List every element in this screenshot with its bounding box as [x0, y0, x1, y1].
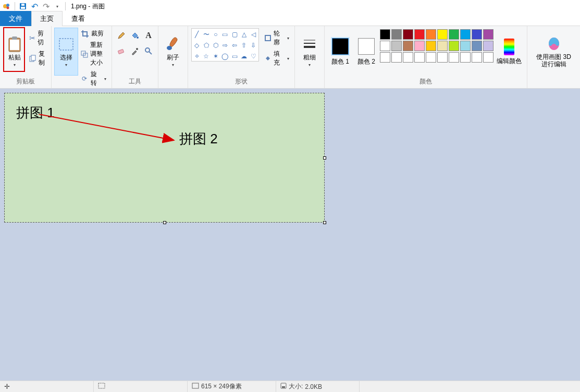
color-swatch-empty[interactable] [472, 52, 482, 63]
color-swatch-empty[interactable] [380, 52, 390, 63]
ribbon-group-tools: A 工具 [112, 26, 158, 88]
shape-callout-round[interactable]: ◯ [220, 51, 229, 62]
color-swatch[interactable] [426, 29, 436, 40]
shape-diamond[interactable]: ◇ [192, 40, 201, 51]
dimensions-icon [192, 383, 199, 390]
canvas[interactable]: 拼图 1 拼图 2 [4, 93, 325, 223]
color-swatch[interactable] [483, 29, 493, 40]
fill-tool[interactable] [129, 28, 141, 43]
color-swatch[interactable] [449, 41, 459, 51]
color2-button[interactable]: 颜色 2 [354, 28, 379, 75]
color-swatch[interactable] [391, 41, 402, 51]
save-icon[interactable] [18, 2, 28, 11]
shape-arrow-r[interactable]: ⇨ [220, 40, 229, 51]
color-swatch[interactable] [437, 41, 448, 51]
select-button[interactable]: 选择 ▾ [55, 28, 78, 75]
tab-view[interactable]: 查看 [63, 11, 94, 26]
selection-icon [58, 36, 75, 53]
rotate-button[interactable]: ⟳ 旋转 ▾ [79, 69, 108, 89]
rotate-icon: ⟳ [81, 75, 89, 83]
color-swatch-empty[interactable] [449, 52, 459, 63]
copy-button[interactable]: 复制 [27, 48, 48, 68]
shape-star5[interactable]: ☆ [202, 51, 211, 62]
ribbon-group-label [308, 78, 310, 87]
resize-button[interactable]: 重新调整大小 [79, 40, 108, 68]
color-swatch[interactable] [460, 41, 471, 51]
color-swatch-empty[interactable] [460, 52, 471, 63]
cut-button[interactable]: ✂ 剪切 [27, 28, 48, 48]
color-swatch[interactable] [437, 29, 448, 40]
color-swatch-empty[interactable] [391, 52, 402, 63]
scissors-icon: ✂ [29, 34, 35, 42]
resize-handle-corner[interactable] [323, 221, 326, 224]
color-swatch[interactable] [472, 41, 482, 51]
shape-line[interactable]: ╱ [192, 29, 201, 40]
shape-roundrect[interactable]: ▢ [230, 29, 239, 40]
resize-handle-right[interactable] [323, 156, 326, 160]
color-swatch[interactable] [380, 41, 390, 51]
shape-callout-rect[interactable]: ▭ [230, 51, 239, 62]
color-swatch-empty[interactable] [403, 52, 413, 63]
color1-button[interactable]: 颜色 1 [328, 28, 353, 75]
shape-pentagon[interactable]: ⬠ [202, 40, 211, 51]
tab-file[interactable]: 文件 [0, 11, 31, 26]
eraser-tool[interactable] [115, 44, 128, 58]
color-swatch[interactable] [403, 41, 413, 51]
redo-icon[interactable]: ↷ [41, 2, 51, 11]
outline-button[interactable]: 轮廓 ▾ [262, 28, 291, 48]
shape-arrow-l[interactable]: ⇦ [230, 40, 239, 51]
shape-star4[interactable]: ✧ [192, 51, 201, 62]
tab-home[interactable]: 主页 [31, 11, 63, 26]
undo-icon[interactable]: ↶ [30, 2, 39, 11]
chevron-down-icon: ▾ [287, 36, 289, 41]
paste-button[interactable]: 粘贴 ▾ [3, 28, 26, 75]
color-swatch[interactable] [426, 41, 436, 51]
svg-line-18 [149, 52, 152, 54]
shape-polygon[interactable]: △ [240, 29, 249, 40]
color-swatch[interactable] [472, 29, 482, 40]
color-swatch[interactable] [414, 29, 425, 40]
color-swatch[interactable] [449, 29, 459, 40]
color-palette-custom [380, 52, 493, 63]
shape-hexagon[interactable]: ⬡ [211, 40, 220, 51]
shape-heart[interactable]: ♡ [249, 51, 258, 62]
brushes-label: 刷子 [167, 54, 179, 61]
magnifier-tool[interactable] [142, 44, 155, 58]
crop-button[interactable]: 裁剪 [79, 28, 108, 39]
shape-triangle[interactable]: ◁ [249, 29, 258, 40]
text-tool[interactable]: A [142, 28, 155, 43]
pencil-tool[interactable] [115, 28, 128, 43]
color-swatch[interactable] [380, 29, 390, 40]
shape-oval[interactable]: ○ [211, 29, 220, 40]
shape-curve[interactable]: 〜 [202, 29, 211, 40]
svg-point-19 [167, 46, 172, 50]
eyedropper-tool[interactable] [129, 44, 141, 58]
disk-icon [280, 383, 287, 390]
shape-arrow-u[interactable]: ⇧ [240, 40, 249, 51]
edit-colors-button[interactable]: 编辑颜色 [495, 28, 524, 75]
color-swatch[interactable] [403, 29, 413, 40]
color-swatch[interactable] [391, 29, 402, 40]
copy-icon [29, 54, 36, 63]
paint3d-button[interactable]: 使用画图 3D 进行编辑 [530, 28, 577, 75]
canvas-workarea[interactable]: 拼图 1 拼图 2 [0, 89, 580, 381]
color-swatch[interactable] [414, 41, 425, 51]
color-swatch[interactable] [460, 29, 471, 40]
color-swatch-empty[interactable] [437, 52, 448, 63]
fill-icon [264, 54, 272, 63]
color-swatch-empty[interactable] [414, 52, 425, 63]
brushes-button[interactable]: 刷子 ▾ [162, 28, 184, 75]
qat-customize-icon[interactable]: ▾ [53, 2, 62, 11]
color-swatch-empty[interactable] [426, 52, 436, 63]
shape-star6[interactable]: ✶ [211, 51, 220, 62]
shape-rect[interactable]: ▭ [220, 29, 229, 40]
thickness-label: 粗细 [303, 54, 316, 61]
shape-arrow-d[interactable]: ⇩ [249, 40, 258, 51]
color-swatch-empty[interactable] [483, 52, 493, 63]
shapes-gallery[interactable]: ╱ 〜 ○ ▭ ▢ △ ◁ ◇ ⬠ ⬡ ⇨ ⇦ ⇧ ⇩ ✧ ☆ ✶ ◯ ▭ ☁ [191, 28, 259, 62]
color-swatch[interactable] [483, 41, 493, 51]
fill-button[interactable]: 填充 ▾ [262, 48, 291, 68]
shape-callout-cloud[interactable]: ☁ [240, 51, 249, 62]
thickness-button[interactable]: 粗细 ▾ [298, 28, 321, 75]
resize-handle-bottom[interactable] [163, 221, 166, 224]
